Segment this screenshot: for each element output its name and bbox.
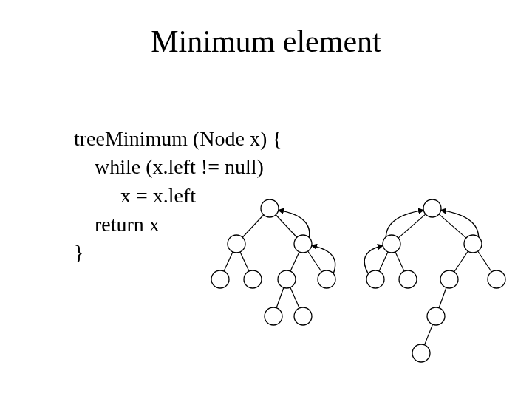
svg-point-15 [265,307,282,325]
svg-point-31 [488,270,505,288]
svg-line-6 [276,287,284,307]
svg-line-21 [454,251,468,272]
svg-line-5 [308,251,322,272]
svg-line-4 [290,252,299,271]
page-title: Minimum element [0,24,532,59]
svg-point-14 [318,270,335,288]
code-line-0: treeMinimum (Node x) { [74,127,282,150]
svg-line-22 [478,251,492,272]
svg-line-0 [242,215,264,237]
svg-point-28 [366,270,384,288]
svg-point-16 [294,307,312,325]
svg-line-17 [398,214,426,238]
svg-line-20 [395,252,404,271]
svg-point-26 [383,235,400,253]
code-line-3: return x [74,213,160,236]
tree-diagrams [207,192,517,377]
svg-point-10 [294,235,312,253]
svg-point-29 [399,270,417,288]
svg-line-1 [276,215,297,237]
svg-point-32 [427,307,445,325]
svg-line-18 [439,214,466,238]
svg-point-30 [440,270,458,288]
svg-line-2 [224,252,233,271]
slide: Minimum element treeMinimum (Node x) { w… [0,0,532,399]
code-line-1: while (x.left != null) [74,155,264,178]
svg-line-7 [290,287,299,308]
svg-point-8 [261,200,279,217]
code-line-4: } [74,241,83,264]
svg-line-19 [379,252,388,271]
svg-line-3 [240,252,249,271]
svg-point-33 [412,344,430,362]
svg-point-12 [244,270,262,288]
svg-point-27 [464,235,482,253]
svg-point-11 [211,270,229,288]
svg-point-25 [423,200,441,217]
tree-svg [207,192,517,377]
code-line-2: x = x.left [74,184,196,207]
svg-point-13 [278,270,296,288]
svg-line-24 [424,324,432,345]
svg-line-23 [439,287,446,307]
svg-point-9 [228,235,245,253]
